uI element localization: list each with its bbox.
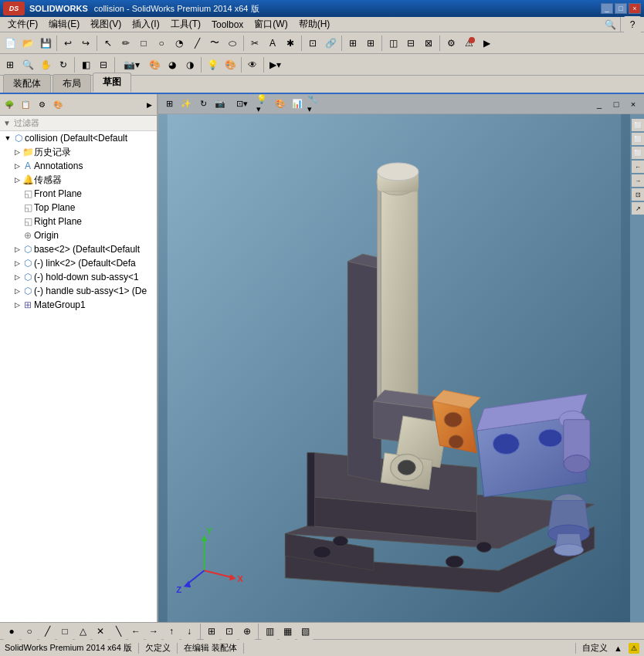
- new-button[interactable]: 📄: [2, 35, 19, 52]
- menu-help[interactable]: 帮助(H): [294, 17, 335, 32]
- warning-button[interactable]: ⚠: [460, 35, 477, 52]
- bt-select-button[interactable]: ●: [3, 623, 20, 640]
- intersection-button[interactable]: ⊠: [420, 35, 437, 52]
- cursor-button[interactable]: ↖: [100, 35, 117, 52]
- view-zoom-button[interactable]: 🔍: [19, 56, 36, 73]
- bt-rect-button[interactable]: □: [56, 623, 73, 640]
- expand-icon[interactable]: ▷: [12, 162, 22, 170]
- expand-icon[interactable]: ▷: [12, 287, 22, 295]
- tree-item-sensors[interactable]: ▷ 🔔 传感器: [0, 173, 157, 187]
- undo-button[interactable]: ↩: [59, 35, 76, 52]
- expand-icon[interactable]: ▼: [3, 134, 12, 142]
- view-orient-button[interactable]: ⊞: [2, 56, 19, 73]
- tree-item-top-plane[interactable]: ◱ Top Plane: [0, 201, 157, 215]
- canvas-view-button[interactable]: ⊞: [161, 96, 177, 112]
- canvas-maximize-button[interactable]: □: [608, 96, 624, 112]
- tree-item-handle[interactable]: ▷ ⬡ (-) handle sub-assy<1> (De: [0, 284, 157, 298]
- view-more-button[interactable]: ▶▾: [266, 56, 283, 73]
- settings-button[interactable]: ⚙: [442, 35, 459, 52]
- bt-arr-up-button[interactable]: ↑: [163, 623, 180, 640]
- tab-assembly[interactable]: 装配体: [3, 74, 51, 93]
- section-view-button[interactable]: ⊟: [95, 56, 112, 73]
- bt-arr-down-button[interactable]: ↓: [181, 623, 198, 640]
- spline-button[interactable]: 〜: [206, 35, 223, 52]
- canvas-light-button[interactable]: 💡▾: [256, 96, 271, 112]
- tree-item-base[interactable]: ▷ ⬡ base<2> (Default<Default: [0, 242, 157, 256]
- circle-button[interactable]: ○: [153, 35, 170, 52]
- menu-file[interactable]: 文件(F): [3, 17, 42, 32]
- canvas-close-button[interactable]: ×: [625, 96, 641, 112]
- ambient-occlusion-button[interactable]: ◑: [181, 56, 198, 73]
- mirror-button[interactable]: ⊞: [344, 35, 361, 52]
- convert-entities-button[interactable]: ◫: [385, 35, 402, 52]
- tab-sketch[interactable]: 草图: [93, 73, 131, 93]
- canvas-display-button[interactable]: 📷: [212, 96, 228, 112]
- offset-button[interactable]: ⊟: [402, 35, 419, 52]
- close-button[interactable]: ×: [629, 3, 641, 14]
- text-button[interactable]: A: [264, 35, 281, 52]
- model-canvas[interactable]: Y X Z: [158, 114, 630, 622]
- tree-item-mategroup[interactable]: ▷ ⊞ MateGroup1: [0, 298, 157, 312]
- bt-x-button[interactable]: ✕: [92, 623, 109, 640]
- canvas-stat-button[interactable]: 📊: [290, 96, 305, 112]
- more-button[interactable]: ▶: [478, 35, 495, 52]
- bt-add-button[interactable]: ⊕: [239, 623, 256, 640]
- display-style-button[interactable]: ◧: [77, 56, 94, 73]
- view-rotate-button[interactable]: ↻: [55, 56, 72, 73]
- tab-layout[interactable]: 布局: [53, 74, 91, 93]
- hide-show-button[interactable]: 👁: [244, 56, 261, 73]
- menu-insert[interactable]: 插入(I): [127, 17, 164, 32]
- view-normal-button[interactable]: ↗: [632, 202, 644, 215]
- canvas-apply-button[interactable]: ↻: [195, 96, 211, 112]
- bt-tri-button[interactable]: △: [74, 623, 91, 640]
- bt-snap-button[interactable]: ⊡: [221, 623, 238, 640]
- arc-button[interactable]: ◔: [171, 35, 188, 52]
- bt-arr-left-button[interactable]: ←: [127, 623, 144, 640]
- lights-button[interactable]: 💡: [204, 56, 221, 73]
- view-selector-button[interactable]: 📷▾: [117, 56, 145, 73]
- linear-pattern-button[interactable]: ⊞: [362, 35, 379, 52]
- view-top-button[interactable]: ⬜: [632, 147, 644, 159]
- expand-sidebar-button[interactable]: ▶: [143, 99, 155, 111]
- config-manager-button[interactable]: ⚙: [34, 97, 49, 113]
- redo-button[interactable]: ↪: [77, 35, 94, 52]
- canvas-minimize-button[interactable]: _: [591, 96, 607, 112]
- view-iso-button[interactable]: ⊡: [632, 188, 644, 201]
- bt-wireframe-button[interactable]: ▦: [279, 623, 296, 640]
- feature-tree-button[interactable]: 🌳: [2, 97, 17, 113]
- bt-hidden-button[interactable]: ▧: [297, 623, 314, 640]
- canvas-filter-button[interactable]: 🔧▾: [307, 96, 322, 112]
- smart-dim-button[interactable]: ⊡: [304, 35, 321, 52]
- line-button[interactable]: ╱: [188, 35, 205, 52]
- property-manager-button[interactable]: 📋: [18, 97, 33, 113]
- appear-manager-button[interactable]: 🎨: [50, 97, 66, 113]
- tree-item-front-plane[interactable]: ◱ Front Plane: [0, 187, 157, 201]
- tree-item-holddown[interactable]: ▷ ⬡ (-) hold-down sub-assy<1: [0, 270, 157, 284]
- rectangle-button[interactable]: □: [135, 35, 152, 52]
- bt-line-button[interactable]: ╱: [39, 623, 56, 640]
- tree-item-link[interactable]: ▷ ⬡ (-) link<2> (Default<Defa: [0, 256, 157, 270]
- view-front-button[interactable]: ⬜: [632, 119, 644, 131]
- ellipse-button[interactable]: ⬭: [224, 35, 241, 52]
- tree-item-root[interactable]: ▼ ⬡ collision (Default<Default: [0, 131, 157, 145]
- menu-window[interactable]: 窗口(W): [249, 17, 292, 32]
- tree-item-annotations[interactable]: ▷ A Annotations: [0, 159, 157, 173]
- question-button[interactable]: ?: [624, 16, 641, 33]
- realview-button[interactable]: ◕: [164, 56, 181, 73]
- expand-icon[interactable]: ▷: [12, 273, 22, 281]
- search-button[interactable]: 🔍: [603, 18, 617, 32]
- rel-button[interactable]: 🔗: [322, 35, 339, 52]
- view-pan-button[interactable]: ✋: [37, 56, 54, 73]
- canvas-color-button[interactable]: 🎨: [273, 96, 288, 112]
- bt-grid-button[interactable]: ⊞: [203, 623, 220, 640]
- expand-icon[interactable]: ▷: [12, 148, 22, 156]
- open-button[interactable]: 📂: [19, 35, 36, 52]
- bt-cross-button[interactable]: ╲: [110, 623, 127, 640]
- minimize-button[interactable]: _: [601, 3, 613, 14]
- view-back-button[interactable]: ⬜: [632, 133, 644, 145]
- canvas-orient-button[interactable]: ⊡▾: [229, 96, 254, 112]
- bt-shaded-button[interactable]: ▥: [261, 623, 278, 640]
- save-button[interactable]: 💾: [37, 35, 54, 52]
- menu-edit[interactable]: 编辑(E): [44, 17, 84, 32]
- canvas-magicify-button[interactable]: ✨: [178, 96, 194, 112]
